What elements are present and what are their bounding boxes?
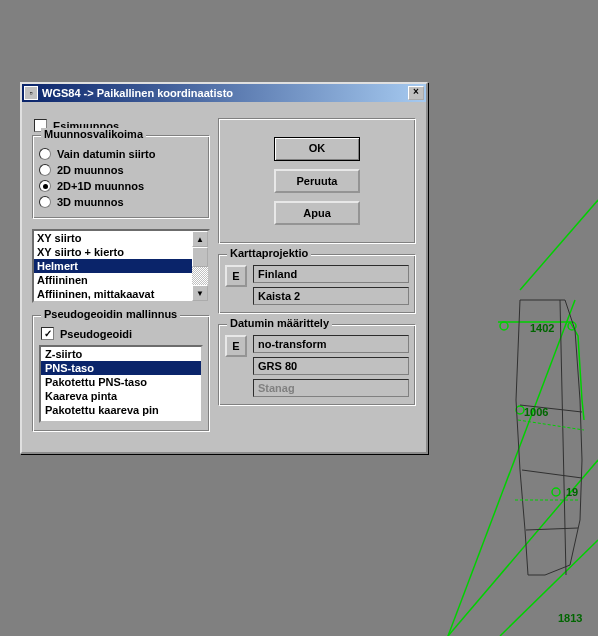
muunnos-listbox[interactable]: XY siirto XY siirto + kierto Helmert Aff… bbox=[32, 229, 210, 303]
list-item[interactable]: PNS-taso bbox=[41, 361, 201, 375]
list-item[interactable]: Kaareva pinta bbox=[41, 389, 201, 403]
list-item[interactable]: Pakotettu PNS-taso bbox=[41, 375, 201, 389]
radio-icon bbox=[39, 164, 51, 176]
radio-3d[interactable]: 3D muunnos bbox=[39, 194, 203, 210]
radio-2d1d[interactable]: 2D+1D muunnos bbox=[39, 178, 203, 194]
pseudogeoidi-title: Pseudogeoidin mallinnus bbox=[41, 308, 180, 320]
list-item[interactable]: Pakotettu kaareva pin bbox=[41, 403, 201, 417]
svg-line-10 bbox=[526, 528, 578, 530]
pseudogeoidi-checkbox[interactable] bbox=[41, 327, 54, 340]
svg-point-4 bbox=[500, 322, 508, 330]
scroll-up-icon[interactable]: ▲ bbox=[192, 231, 208, 247]
close-button[interactable]: × bbox=[408, 86, 424, 100]
map-label: 19 bbox=[566, 486, 578, 498]
map-label: 1006 bbox=[524, 406, 548, 418]
map-label: 1402 bbox=[530, 322, 554, 334]
list-item[interactable]: XY siirto + kierto bbox=[34, 245, 192, 259]
karttaprojektio-group: Karttaprojektio E Finland Kaista 2 bbox=[218, 254, 416, 314]
edit-datum-button[interactable]: E bbox=[225, 335, 247, 357]
radio-vain-datumin[interactable]: Vain datumin siirto bbox=[39, 146, 203, 162]
scroll-down-icon[interactable]: ▼ bbox=[192, 285, 208, 301]
karttaprojektio-title: Karttaprojektio bbox=[227, 247, 311, 259]
svg-line-0 bbox=[448, 300, 575, 636]
datum-transform-field: no-transform bbox=[253, 335, 409, 353]
ok-button[interactable]: OK bbox=[274, 137, 360, 161]
projection-country-field: Finland bbox=[253, 265, 409, 283]
datum-title: Datumin määrittely bbox=[227, 317, 332, 329]
list-item[interactable]: XY siirto bbox=[34, 231, 192, 245]
list-item[interactable]: Helmert bbox=[34, 259, 192, 273]
projection-zone-field: Kaista 2 bbox=[253, 287, 409, 305]
cancel-button[interactable]: Peruuta bbox=[274, 169, 360, 193]
pseudo-listbox[interactable]: Z-siirto PNS-taso Pakotettu PNS-taso Kaa… bbox=[39, 345, 203, 423]
help-button[interactable]: Apua bbox=[274, 201, 360, 225]
svg-line-9 bbox=[522, 470, 582, 478]
radio-2d[interactable]: 2D muunnos bbox=[39, 162, 203, 178]
edit-projection-button[interactable]: E bbox=[225, 265, 247, 287]
map-label: 1813 bbox=[558, 612, 582, 624]
list-item[interactable]: Affiininen, mittakaavat bbox=[34, 287, 192, 301]
datum-stanag-field: Stanag bbox=[253, 379, 409, 397]
muunnosvalikoima-group: Muunnosvalikoima Vain datumin siirto 2D … bbox=[32, 135, 210, 219]
radio-icon bbox=[39, 196, 51, 208]
scroll-thumb[interactable] bbox=[192, 247, 208, 267]
muunnosvalikoima-title: Muunnosvalikoima bbox=[41, 128, 146, 140]
list-item[interactable]: Affiininen bbox=[34, 273, 192, 287]
svg-point-7 bbox=[552, 488, 560, 496]
pseudogeoidi-checkbox-row[interactable]: Pseudogeoidi bbox=[39, 326, 203, 341]
pseudogeoidi-label: Pseudogeoidi bbox=[60, 328, 132, 340]
window-title: WGS84 -> Paikallinen koordinaatisto bbox=[42, 87, 233, 99]
list-item[interactable]: Z-siirto bbox=[41, 347, 201, 361]
svg-line-3 bbox=[520, 200, 598, 290]
button-group: OK Peruuta Apua bbox=[218, 118, 416, 244]
pseudogeoidi-group: Pseudogeoidin mallinnus Pseudogeoidi Z-s… bbox=[32, 315, 210, 432]
datum-group: Datumin määrittely E no-transform GRS 80… bbox=[218, 324, 416, 406]
radio-icon bbox=[39, 180, 51, 192]
titlebar[interactable]: ▫ WGS84 -> Paikallinen koordinaatisto × bbox=[22, 84, 426, 102]
system-menu-icon[interactable]: ▫ bbox=[24, 86, 38, 100]
svg-line-11 bbox=[560, 300, 566, 575]
dialog-window: ▫ WGS84 -> Paikallinen koordinaatisto × … bbox=[20, 82, 428, 454]
datum-ellipsoid-field: GRS 80 bbox=[253, 357, 409, 375]
scrollbar[interactable]: ▲ ▼ bbox=[192, 231, 208, 301]
svg-line-2 bbox=[500, 540, 598, 636]
radio-icon bbox=[39, 148, 51, 160]
